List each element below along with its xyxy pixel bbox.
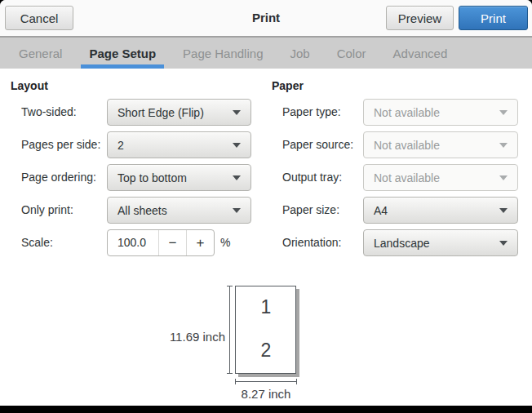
tab-color[interactable]: Color [329, 38, 375, 69]
print-dialog: Cancel Print Preview Print General Page … [0, 0, 532, 406]
scale-decrease-button[interactable]: − [158, 230, 186, 255]
tab-advanced[interactable]: Advanced [385, 38, 456, 69]
chevron-down-icon [499, 241, 508, 246]
chevron-down-icon [499, 208, 508, 213]
paper-size-value: A4 [374, 204, 388, 217]
paper-source-label: Paper source: [282, 131, 353, 158]
paper-type-value: Not available [374, 106, 440, 119]
pages-per-side-label: Pages per side: [21, 131, 100, 158]
scale-input[interactable]: 100.0 [108, 230, 158, 255]
layout-section-heading: Layout [11, 79, 48, 92]
scale-increase-button[interactable]: + [186, 230, 214, 255]
two-sided-label: Two-sided: [21, 99, 77, 126]
height-measure-line [229, 286, 230, 374]
page-ordering-value: Top to bottom [117, 171, 187, 184]
scale-unit-label: % [220, 229, 230, 256]
width-measure-line [235, 381, 297, 382]
output-tray-dropdown: Not available [363, 164, 518, 191]
paper-size-label: Paper size: [282, 197, 339, 224]
tab-page-setup[interactable]: Page Setup [81, 38, 164, 69]
tab-job[interactable]: Job [282, 38, 317, 69]
preview-button[interactable]: Preview [386, 6, 454, 30]
chevron-down-icon [499, 175, 508, 180]
chevron-down-icon [233, 175, 241, 180]
tab-bar: General Page Setup Page Handling Job Col… [0, 38, 532, 69]
page-ordering-label: Page ordering: [21, 164, 96, 191]
tab-page-handling[interactable]: Page Handling [175, 38, 271, 69]
page-height-label: 11.69 inch [137, 330, 225, 344]
width-measure-cap-left [235, 379, 236, 384]
paper-source-value: Not available [374, 139, 440, 152]
two-sided-dropdown[interactable]: Short Edge (Flip) [107, 99, 251, 126]
orientation-label: Orientation: [282, 229, 341, 256]
orientation-dropdown[interactable]: Landscape [363, 229, 518, 256]
headerbar: Cancel Print Preview Print [0, 0, 532, 38]
pages-per-side-dropdown[interactable]: 2 [107, 131, 251, 158]
chevron-down-icon [233, 143, 241, 148]
chevron-down-icon [499, 110, 508, 115]
paper-type-label: Paper type: [282, 99, 341, 126]
paper-size-dropdown[interactable]: A4 [363, 197, 518, 224]
preview-page-number-1: 1 [235, 296, 297, 318]
print-button[interactable]: Print [459, 6, 528, 30]
output-tray-label: Output tray: [282, 164, 342, 191]
paper-section-heading: Paper [272, 79, 304, 92]
chevron-down-icon [233, 208, 241, 213]
scale-spinbutton: 100.0 − + [107, 229, 215, 256]
only-print-value: All sheets [117, 204, 167, 217]
chevron-down-icon [233, 110, 241, 115]
pages-per-side-value: 2 [117, 139, 124, 152]
paper-type-dropdown: Not available [363, 99, 518, 126]
height-measure-cap-top [227, 286, 233, 286]
only-print-label: Only print: [21, 197, 73, 224]
paper-source-dropdown: Not available [363, 131, 518, 158]
chevron-down-icon [499, 143, 508, 148]
tab-general[interactable]: General [11, 38, 70, 69]
width-measure-cap-right [296, 379, 297, 384]
page-ordering-dropdown[interactable]: Top to bottom [107, 164, 251, 191]
height-measure-cap-bottom [227, 373, 233, 374]
two-sided-value: Short Edge (Flip) [117, 106, 204, 119]
page-width-label: 8.27 inch [228, 387, 304, 401]
only-print-dropdown[interactable]: All sheets [107, 197, 251, 224]
orientation-value: Landscape [374, 237, 430, 250]
scale-label: Scale: [21, 229, 53, 256]
preview-page-number-2: 2 [235, 340, 297, 362]
output-tray-value: Not available [374, 171, 440, 184]
